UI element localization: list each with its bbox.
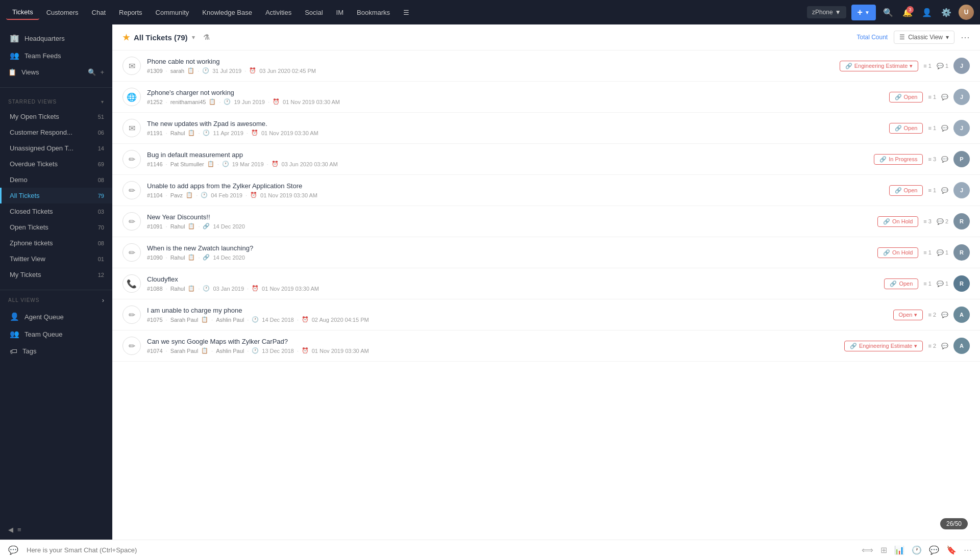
sidebar-item-zphone-tickets[interactable]: Zphone tickets 08 [0, 235, 112, 251]
sidebar-item-tags[interactable]: 🏷 Tags [0, 343, 112, 360]
sidebar-item-team-feeds[interactable]: 👥 Team Feeds [0, 47, 112, 64]
status-badge[interactable]: 🔗 Open [889, 92, 923, 103]
ticket-assignee-avatar: J [953, 58, 970, 74]
table-row[interactable]: ✏ When is the new Zwatch launching? #109… [112, 237, 980, 268]
nav-customers[interactable]: Customers [40, 6, 85, 19]
favorite-star-icon[interactable]: ★ [122, 33, 130, 42]
ticket-agent: Rahul [170, 286, 185, 292]
nav-bookmarks[interactable]: Bookmarks [351, 6, 396, 19]
table-row[interactable]: 📞 Cloudyflex #1088 · Rahul 📋 · 🕐 03 Jan … [112, 268, 980, 299]
sidebar-item-closed-tickets[interactable]: Closed Tickets 03 [0, 203, 112, 219]
nav-menu-icon[interactable]: ☰ [397, 6, 415, 19]
nav-tickets[interactable]: Tickets [6, 5, 39, 20]
status-badge[interactable]: 🔗 On Hold [877, 247, 918, 258]
table-row[interactable]: ✏ Unable to add apps from the Zylker App… [112, 175, 980, 206]
status-badge[interactable]: 🔗 Open [884, 278, 918, 289]
more-options-button[interactable]: ⋯ [961, 32, 970, 43]
sidebar-item-demo[interactable]: Demo 08 [0, 172, 112, 188]
sidebar-item-overdue-tickets[interactable]: Overdue Tickets 69 [0, 156, 112, 172]
ticket-thread-count: ≡ 1 [923, 63, 932, 69]
table-row[interactable]: ✉ Phone cable not working #1309 · sarah … [112, 50, 980, 82]
ticket-id: #1074 [147, 348, 163, 354]
total-count-label[interactable]: Total Count [856, 34, 888, 41]
user-icon[interactable]: 👤 [920, 5, 934, 19]
nav-im[interactable]: IM [330, 6, 350, 19]
ticket-info: When is the new Zwatch launching? #1090 … [147, 244, 871, 261]
status-badge[interactable]: Open ▾ [893, 310, 923, 320]
headquarters-label: Headquarters [24, 35, 104, 42]
ticket-meta: #1090 · Rahul 📋 · 🔗 14 Dec 2020 [147, 254, 871, 261]
more-bottom-icon[interactable]: ⋯ [964, 545, 972, 555]
title-dropdown-icon[interactable]: ▾ [192, 34, 195, 41]
add-button[interactable]: + ▼ [851, 5, 876, 20]
status-badge[interactable]: 🔗 In Progress [874, 154, 923, 165]
all-views-header[interactable]: ALL VIEWS › [0, 292, 112, 308]
user-avatar[interactable]: U [959, 5, 974, 20]
table-row[interactable]: ✏ I am unable to charge my phone #1075 ·… [112, 299, 980, 330]
starred-views-header[interactable]: STARRED VIEWS ▾ [0, 95, 112, 109]
views-search-icon[interactable]: 🔍 [88, 68, 96, 76]
notification-badge: 3 [906, 6, 914, 13]
sidebar-item-all-tickets[interactable]: All Tickets 79 [0, 188, 112, 203]
agent-icon: 📋 [207, 161, 214, 167]
status-badge[interactable]: 🔗 Open [889, 185, 923, 196]
status-badge[interactable]: 🔗 Engineering Estimate ▾ [844, 341, 923, 351]
created-icon: 🕐 [203, 130, 210, 136]
filter-icon[interactable]: ⚗ [203, 33, 210, 41]
views-add-icon[interactable]: + [100, 68, 104, 76]
status-text: Open [904, 94, 918, 100]
ticket-info: Unable to add apps from the Zylker Appli… [147, 182, 883, 198]
nav-community[interactable]: Community [150, 6, 195, 19]
table-row[interactable]: ✏ Bug in default measurement app #1146 ·… [112, 144, 980, 175]
ticket-comment-count: 💬 [941, 125, 948, 132]
nav-chat[interactable]: Chat [86, 6, 112, 19]
classic-view-button[interactable]: ☰ Classic View ▾ [894, 31, 954, 44]
sidebar-item-unassigned-open[interactable]: Unassigned Open T... 14 [0, 140, 112, 156]
nav-social[interactable]: Social [299, 6, 329, 19]
ticket-type-icon: ✏ [122, 150, 141, 168]
twitter-view-count: 01 [98, 256, 104, 262]
zphone-button[interactable]: zPhone ▼ [807, 6, 846, 18]
table-row[interactable]: ✉ The new updates with Zpad is awesome. … [112, 113, 980, 144]
ticket-created: 14 Dec 2020 [213, 254, 244, 261]
sidebar-item-agent-queue[interactable]: 👤 Agent Queue [0, 308, 112, 325]
table-icon[interactable]: 📊 [894, 545, 904, 555]
sidebar-item-my-open-tickets[interactable]: My Open Tickets 51 [0, 109, 112, 124]
nav-knowledge-base[interactable]: Knowledge Base [196, 6, 258, 19]
status-badge[interactable]: 🔗 Open [889, 123, 923, 134]
sidebar-item-my-tickets[interactable]: My Tickets 12 [0, 267, 112, 283]
sidebar-item-open-tickets[interactable]: Open Tickets 70 [0, 219, 112, 235]
overdue-tickets-count: 69 [98, 161, 104, 167]
ticket-created: 14 Dec 2020 [213, 223, 244, 230]
sidebar-item-twitter-view[interactable]: Twitter View 01 [0, 251, 112, 267]
table-row[interactable]: 🌐 Zphone's charger not working #1252 · r… [112, 82, 980, 113]
bookmark-icon[interactable]: 🔖 [946, 545, 957, 555]
grid-icon[interactable]: ⊞ [880, 545, 887, 555]
sidebar-item-customer-respond[interactable]: Customer Respond... 06 [0, 124, 112, 140]
sidebar-item-team-queue[interactable]: 👥 Team Queue [0, 325, 112, 343]
sidebar-item-headquarters[interactable]: 🏢 Headquarters [0, 30, 112, 47]
team-feeds-label: Team Feeds [24, 52, 104, 60]
table-row[interactable]: ✏ Can we sync Google Maps with Zylker Ca… [112, 330, 980, 362]
ticket-subject: New Year Discounts!! [147, 213, 871, 221]
clock-icon[interactable]: 🕐 [912, 545, 922, 555]
comment-icon: 💬 [941, 343, 948, 349]
status-badge[interactable]: 🔗 Engineering Estimate ▾ [840, 61, 919, 71]
headquarters-icon: 🏢 [10, 34, 19, 43]
collapse-sidebar-btn[interactable]: ◀ ≡ [0, 520, 112, 540]
nav-reports[interactable]: Reports [113, 6, 149, 19]
nav-activities[interactable]: Activities [259, 6, 298, 19]
chat-bubble-icon[interactable]: 💬 [929, 545, 939, 555]
settings-icon[interactable]: ⚙️ [939, 5, 953, 19]
translate-icon[interactable]: ⟺ [862, 545, 873, 555]
smart-chat-input[interactable] [27, 546, 853, 554]
search-icon[interactable]: 🔍 [881, 5, 895, 19]
ticket-actions: Open ▾ ≡ 2 💬 A [893, 307, 970, 323]
ticket-subject: Bug in default measurement app [147, 151, 868, 159]
thread-count: 1 [928, 281, 932, 287]
status-badge[interactable]: 🔗 On Hold [877, 216, 918, 227]
ticket-meta: #1091 · Rahul 📋 · 🔗 14 Dec 2020 [147, 223, 871, 230]
ticket-created: 13 Dec 2018 [262, 348, 293, 354]
notifications-icon[interactable]: 🔔 3 [900, 5, 915, 19]
table-row[interactable]: ✏ New Year Discounts!! #1091 · Rahul 📋 ·… [112, 206, 980, 237]
